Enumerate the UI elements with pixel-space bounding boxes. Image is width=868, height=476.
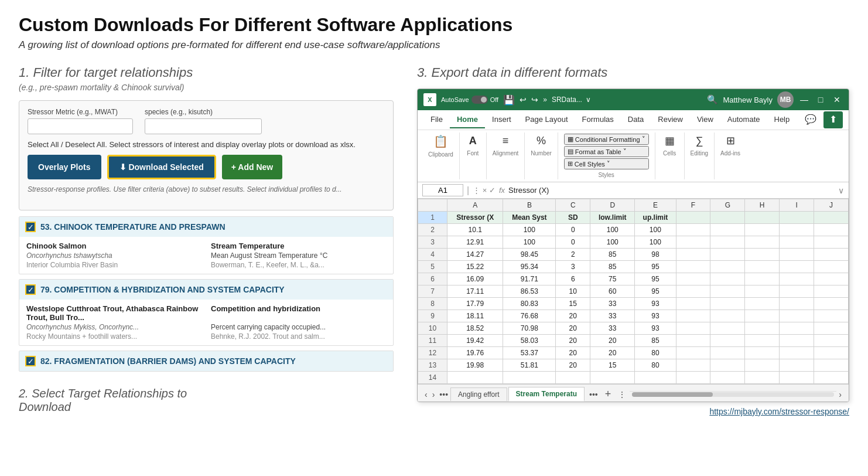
addins-button[interactable]: ⊞ <box>723 134 739 148</box>
number-button[interactable]: % <box>533 134 549 148</box>
minimize-button[interactable]: — <box>798 94 810 106</box>
table-cell[interactable] <box>780 273 814 285</box>
table-cell[interactable] <box>745 347 780 359</box>
table-cell[interactable]: 100 <box>635 236 676 249</box>
close-button[interactable]: ✕ <box>831 94 843 106</box>
table-cell[interactable] <box>710 310 745 322</box>
table-cell[interactable] <box>676 273 710 285</box>
tab-view[interactable]: View <box>690 111 720 128</box>
tab-data[interactable]: Data <box>621 111 651 128</box>
table-cell[interactable] <box>780 359 814 372</box>
table-cell[interactable]: 20 <box>556 347 590 359</box>
table-cell[interactable]: 93 <box>635 310 676 322</box>
table-cell[interactable] <box>745 310 780 322</box>
add-new-button[interactable]: + Add New <box>222 155 282 179</box>
font-button[interactable]: A <box>466 134 480 148</box>
table-cell[interactable]: 95 <box>635 261 676 273</box>
table-cell[interactable] <box>745 236 780 249</box>
table-cell[interactable] <box>590 372 635 384</box>
table-cell[interactable]: 19.76 <box>447 347 503 359</box>
table-cell[interactable]: 33 <box>590 298 635 310</box>
table-cell[interactable] <box>745 298 780 310</box>
table-cell[interactable] <box>635 372 676 384</box>
cell-styles-button[interactable]: ⊞ Cell Styles ˅ <box>564 158 649 169</box>
maximize-button[interactable]: □ <box>815 94 826 106</box>
table-cell[interactable] <box>676 310 710 322</box>
col-header-d[interactable]: D <box>590 199 635 212</box>
excel-save-icon[interactable]: 💾 <box>503 94 515 106</box>
table-cell[interactable] <box>503 372 556 384</box>
table-cell[interactable] <box>556 372 590 384</box>
col-header-c[interactable]: C <box>556 199 590 212</box>
table-cell[interactable]: 20 <box>590 347 635 359</box>
table-cell[interactable] <box>710 335 745 347</box>
col-header-e[interactable]: E <box>635 199 676 212</box>
table-cell[interactable]: 20 <box>556 322 590 335</box>
table-cell[interactable] <box>780 249 814 261</box>
cell-a1[interactable]: Stressor (X <box>447 212 503 224</box>
table-cell[interactable] <box>676 285 710 298</box>
table-cell[interactable]: 100 <box>590 224 635 236</box>
format-as-table-button[interactable]: ▤ Format as Table ˅ <box>564 146 649 157</box>
table-cell[interactable]: 53.37 <box>503 347 556 359</box>
alignment-button[interactable]: ≡ <box>499 134 512 148</box>
table-cell[interactable] <box>814 335 849 347</box>
table-cell[interactable]: 100 <box>635 224 676 236</box>
table-cell[interactable] <box>710 249 745 261</box>
table-cell[interactable]: 98.45 <box>503 249 556 261</box>
table-cell[interactable] <box>710 224 745 236</box>
table-cell[interactable]: 95 <box>635 285 676 298</box>
sheet-tab-stream[interactable]: Stream Temperatu <box>508 387 585 402</box>
autosave-toggle-pill[interactable] <box>471 96 488 104</box>
sheet-more-button[interactable]: ••• <box>586 389 602 400</box>
tab-share[interactable]: ⬆ <box>823 111 843 128</box>
table-cell[interactable]: 100 <box>590 236 635 249</box>
table-cell[interactable]: 75 <box>590 273 635 285</box>
tab-file[interactable]: File <box>423 111 450 128</box>
table-cell[interactable] <box>814 372 849 384</box>
table-cell[interactable]: 20 <box>556 335 590 347</box>
table-cell[interactable] <box>745 273 780 285</box>
table-cell[interactable] <box>676 347 710 359</box>
table-cell[interactable]: 18.52 <box>447 322 503 335</box>
table-cell[interactable]: 20 <box>556 359 590 372</box>
table-cell[interactable] <box>745 372 780 384</box>
table-cell[interactable] <box>710 236 745 249</box>
table-cell[interactable]: 19.98 <box>447 359 503 372</box>
table-cell[interactable] <box>814 359 849 372</box>
table-cell[interactable]: 33 <box>590 310 635 322</box>
col-header-b[interactable]: B <box>503 199 556 212</box>
col-header-j[interactable]: J <box>814 199 849 212</box>
table-cell[interactable]: 95 <box>635 273 676 285</box>
table-cell[interactable] <box>676 322 710 335</box>
table-cell[interactable]: 15 <box>590 359 635 372</box>
table-cell[interactable]: 33 <box>590 322 635 335</box>
table-cell[interactable]: 18.11 <box>447 310 503 322</box>
sheet-options-button[interactable]: ⋮ <box>614 389 630 400</box>
col-header-a[interactable]: A <box>447 199 503 212</box>
table-cell[interactable]: 95.34 <box>503 261 556 273</box>
table-cell[interactable]: 70.98 <box>503 322 556 335</box>
table-cell[interactable] <box>814 322 849 335</box>
table-cell[interactable] <box>745 335 780 347</box>
cell-e1[interactable]: up.limit <box>635 212 676 224</box>
table-cell[interactable] <box>780 261 814 273</box>
col-header-f[interactable]: F <box>676 199 710 212</box>
table-cell[interactable] <box>745 285 780 298</box>
download-selected-button[interactable]: ⬇ Download Selected <box>107 155 216 179</box>
profile-checkbox[interactable]: ✓ <box>25 356 36 366</box>
table-cell[interactable] <box>780 372 814 384</box>
table-cell[interactable]: 15 <box>556 298 590 310</box>
tab-formulas[interactable]: Formulas <box>575 111 621 128</box>
table-cell[interactable]: 98 <box>635 249 676 261</box>
table-cell[interactable] <box>814 249 849 261</box>
table-cell[interactable] <box>710 347 745 359</box>
formula-expand-icon[interactable]: ∨ <box>838 186 844 195</box>
table-cell[interactable]: 80 <box>635 347 676 359</box>
tab-home[interactable]: Home <box>450 111 485 128</box>
table-cell[interactable] <box>710 359 745 372</box>
table-cell[interactable]: 85 <box>635 335 676 347</box>
table-cell[interactable] <box>710 372 745 384</box>
table-cell[interactable] <box>676 236 710 249</box>
table-cell[interactable] <box>814 224 849 236</box>
